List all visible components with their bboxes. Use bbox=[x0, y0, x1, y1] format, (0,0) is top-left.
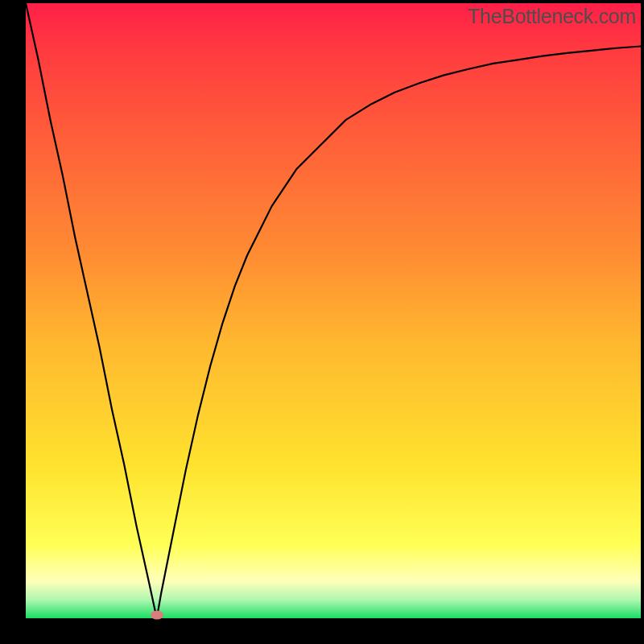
plot-area: TheBottleneck.com bbox=[26, 3, 641, 618]
bottleneck-curve bbox=[26, 3, 641, 618]
chart-frame: TheBottleneck.com bbox=[0, 0, 644, 644]
minimum-point-marker bbox=[151, 611, 163, 620]
